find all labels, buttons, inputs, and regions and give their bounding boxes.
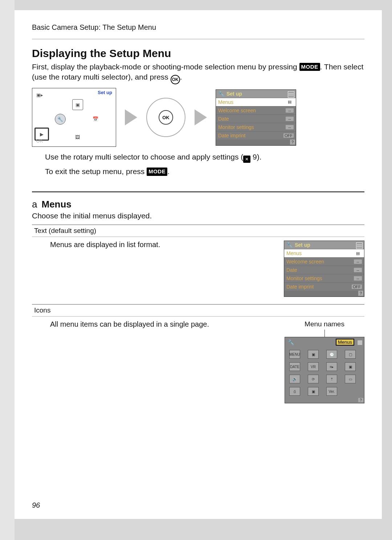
subsection-name: Menus xyxy=(41,199,71,210)
grid-icon: ≡▸ xyxy=(326,362,337,371)
subsection-intro: Choose the initial menus displayed. xyxy=(32,211,364,221)
header-rule xyxy=(32,39,364,39)
menu-row: Monitor settings -- xyxy=(216,123,296,131)
menu-item-name: Welcome screen xyxy=(218,108,256,113)
usage-note-2: To exit the setup menu, press MODE. xyxy=(45,166,364,177)
menu-footer: ? xyxy=(284,291,364,297)
wrench-icon: 🔧 xyxy=(288,339,294,345)
menu-row: Menus ▤ xyxy=(284,249,364,257)
option-title: Text (default setting) xyxy=(32,225,364,237)
menu-item-val: ▤ xyxy=(354,251,362,256)
intro-paragraph: First, display the playback-mode or shoo… xyxy=(32,62,364,84)
callout-label: Menu names xyxy=(285,320,364,328)
rotary-selector-dial: OK xyxy=(146,97,186,137)
menus-highlight: Menus xyxy=(336,339,354,345)
slideshow-icon: ▣ xyxy=(72,99,83,110)
menu-row: Date imprint OFF xyxy=(216,131,296,140)
option-description: Menus are displayed in list format. xyxy=(50,241,273,249)
ok-hint-icon: OK xyxy=(34,136,45,146)
menu-row: Welcome screen -- xyxy=(284,257,364,266)
icons-grid: MENU ▣ 🕒 ▢ DATE VR ≡▸ ▣ 🔊 ⟳ ⇡ ▭ ⎙ ▣ xyxy=(285,347,364,398)
menu-item-name: Date xyxy=(218,116,229,122)
menu-item-val: -- xyxy=(286,117,294,121)
help-icon: ? xyxy=(290,140,295,145)
option-icons-block: Icons All menu items can be displayed in… xyxy=(32,304,364,407)
wrench-mode-icon: 🔧 xyxy=(55,114,66,125)
menu-item-name: Monitor settings xyxy=(218,124,254,130)
menu-item-name: Date imprint xyxy=(218,133,245,138)
grid-icon: ⎙ xyxy=(289,387,300,396)
menu-footer: ? xyxy=(216,140,296,145)
menu-item-name: Menus xyxy=(218,99,233,105)
page-number: 96 xyxy=(32,501,40,509)
menu-item-val: OFF xyxy=(352,285,362,289)
pictmotion-icon: 🖼 xyxy=(72,132,82,142)
playback-small-icon: ▣▸ xyxy=(34,90,45,100)
usage-note-1b: 9). xyxy=(250,153,261,161)
list-view-icon xyxy=(356,242,363,249)
breadcrumb: Basic Camera Setup: The Setup Menu xyxy=(32,23,364,32)
intro-text-1: First, display the playback-mode or shoo… xyxy=(32,63,299,71)
help-icon: ? xyxy=(358,291,363,296)
setup-menu-screen-text: 🔧 Set up Menus ▤ Welcome screen -- Date … xyxy=(284,241,364,297)
menu-item-val: -- xyxy=(286,125,294,129)
menu-item-val: -- xyxy=(354,259,362,264)
setup-menu-screen: 🔧 Set up Menus ▤ Welcome screen -- Date … xyxy=(216,89,296,146)
date-mode-icon: 📅 xyxy=(90,114,101,124)
option-title: Icons xyxy=(32,304,364,317)
grid-icon: ▭ xyxy=(345,375,356,383)
section-title: Displaying the Setup Menu xyxy=(32,47,364,60)
usage-note-1a: Use the rotary multi selector to choose … xyxy=(45,153,243,161)
grid-view-icon: ▦ xyxy=(357,339,363,346)
mode-selection-screen: Set up ▣▸ ▣ 🔧 📅 ▶ 🖼 OK xyxy=(32,88,116,147)
option-description: All menu items can be displayed in a sin… xyxy=(50,320,274,329)
help-icon: ? xyxy=(358,398,363,402)
menu-title: Set up xyxy=(295,242,310,248)
wrench-icon: 🔧 xyxy=(286,242,293,248)
menu-item-val: -- xyxy=(354,276,362,281)
intro-period: . xyxy=(180,73,182,81)
icons-footer: ? xyxy=(285,398,364,403)
menu-item-val: -- xyxy=(286,108,294,113)
option-text-block: Text (default setting) Menus are display… xyxy=(32,225,364,301)
menu-item-val: -- xyxy=(354,268,362,272)
grid-icon-empty xyxy=(345,387,355,395)
menu-item-name: Date xyxy=(286,267,297,273)
wrench-icon: 🔧 xyxy=(218,91,224,97)
usage-note-2b: . xyxy=(167,167,170,176)
usage-note-1: Use the rotary multi selector to choose … xyxy=(45,152,364,163)
menu-title-bar: 🔧 Set up xyxy=(284,241,364,249)
menu-row: Date -- xyxy=(284,266,364,274)
menu-row: Menus ▤ xyxy=(216,98,296,106)
intro-text-3: (use the rotary multi selector), and pre… xyxy=(32,73,171,81)
grid-icon: VR xyxy=(308,362,319,371)
grid-icon: ▣ xyxy=(345,362,356,371)
xref-icon: ✕ xyxy=(243,156,250,163)
mode-button-label: MODE xyxy=(299,63,320,71)
usage-note-2a: To exit the setup menu, press xyxy=(45,167,147,176)
mode-button-label: MODE xyxy=(147,168,167,176)
section-divider xyxy=(32,192,364,192)
grid-icon: DATE xyxy=(289,362,300,371)
menu-item-name: Date imprint xyxy=(286,284,314,290)
menu-row: Date -- xyxy=(216,114,296,123)
grid-icon: 🕒 xyxy=(326,350,337,359)
menu-row: Monitor settings -- xyxy=(284,274,364,282)
page: Basic Camera Setup: The Setup Menu Displ… xyxy=(15,10,382,519)
grid-icon: 🔊 xyxy=(289,375,300,383)
grid-icon: MENU xyxy=(289,350,300,359)
list-view-icon xyxy=(288,91,294,98)
menu-item-name: Menus xyxy=(286,250,302,256)
callout-line xyxy=(324,330,325,337)
ok-button-icon: OK xyxy=(171,75,180,84)
menu-item-name: Monitor settings xyxy=(286,275,322,281)
subsection-prefix: a xyxy=(32,199,37,210)
grid-icon: ⟳ xyxy=(308,375,319,383)
grid-icon: ⇡ xyxy=(326,375,337,383)
intro-text-2: . Then select xyxy=(320,63,364,71)
diagram-row: Set up ▣▸ ▣ 🔧 📅 ▶ 🖼 OK OK 🔧 Set up Menus xyxy=(32,88,364,147)
left-gutter xyxy=(0,0,15,540)
setup-menu-screen-icons: 🔧 Menus ▦ MENU ▣ 🕒 ▢ DATE VR ≡▸ ▣ 🔊 xyxy=(285,337,364,403)
menu-row: Welcome screen -- xyxy=(216,106,296,114)
grid-icon: Ver. xyxy=(326,387,337,396)
